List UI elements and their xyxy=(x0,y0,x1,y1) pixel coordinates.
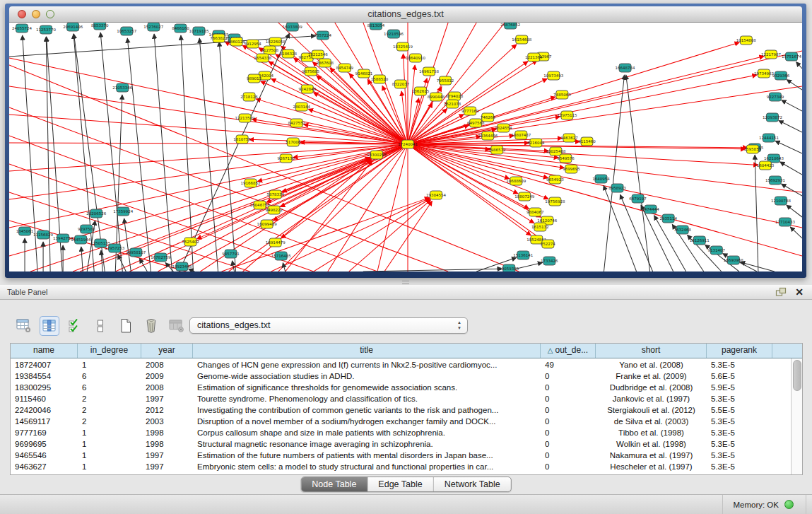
select-all-icon[interactable] xyxy=(65,316,85,336)
table-options-icon[interactable] xyxy=(14,316,34,336)
graph-node[interactable]: 2867608 xyxy=(317,59,334,67)
tab-edge-table[interactable]: Edge Table xyxy=(367,477,433,491)
graph-node[interactable]: 9498222 xyxy=(265,206,283,214)
graph-node[interactable]: 12213589 xyxy=(235,114,256,122)
graph-node[interactable]: 20364456 xyxy=(478,132,498,140)
graph-edge[interactable] xyxy=(790,227,802,238)
graph-node[interactable]: 1615132 xyxy=(531,223,549,231)
graph-node[interactable]: 15751674 xyxy=(782,52,802,61)
graph-edge[interactable] xyxy=(283,263,285,271)
table-row[interactable]: 946362711997Embryonic stem cells: a mode… xyxy=(11,461,792,472)
zoom-button[interactable] xyxy=(46,10,54,18)
graph-node[interactable]: 19218596 xyxy=(384,30,404,38)
graph-edge[interactable] xyxy=(222,197,430,271)
network-canvas[interactable]: 2405572411253770206914068853370106532571… xyxy=(9,23,802,271)
graph-node[interactable]: 16648784 xyxy=(616,64,636,72)
graph-edge[interactable] xyxy=(266,144,408,202)
graph-node[interactable]: 8813054 xyxy=(367,23,385,30)
graph-node[interactable]: 1621078 xyxy=(444,100,461,108)
graph-node[interactable]: 252274 xyxy=(541,240,556,248)
graph-node[interactable]: 1640954 xyxy=(592,175,610,183)
graph-node[interactable]: 7955812 xyxy=(437,76,454,85)
graph-node[interactable]: 16961758 xyxy=(419,67,440,76)
graph-node[interactable]: 9127508 xyxy=(261,46,278,54)
graph-node[interactable]: 7663822 xyxy=(210,34,228,42)
column-header-in-degree[interactable]: in_degree xyxy=(78,344,141,358)
table-row[interactable]: 911546021997Tourette syndrome. Phenomeno… xyxy=(11,393,792,404)
table-row[interactable]: 1938455462009Genome-wide association stu… xyxy=(11,370,792,382)
graph-node[interactable]: 1588520 xyxy=(371,75,389,83)
graph-node[interactable]: 12093872 xyxy=(763,113,782,122)
graph-node[interactable]: 15276027 xyxy=(143,23,164,31)
graph-edge[interactable] xyxy=(278,144,408,271)
graph-edge[interactable] xyxy=(408,56,764,144)
graph-edge[interactable] xyxy=(9,144,408,228)
graph-edge[interactable] xyxy=(408,144,802,256)
network-graph[interactable]: 2405572411253770206914068853370106532571… xyxy=(9,23,802,271)
graph-node[interactable]: 17710433 xyxy=(775,218,796,226)
graph-node[interactable]: 1810755 xyxy=(233,135,251,144)
graph-edge[interactable] xyxy=(775,141,802,153)
graph-node[interactable]: 18325419 xyxy=(393,42,413,51)
graph-edge[interactable] xyxy=(408,144,531,235)
graph-edge[interactable] xyxy=(755,155,758,271)
column-header-title[interactable]: title xyxy=(193,344,541,358)
graph-node[interactable]: 7625402 xyxy=(182,238,199,246)
panel-splitter-handle[interactable] xyxy=(400,280,411,284)
graph-edge[interactable] xyxy=(408,144,548,178)
table-row[interactable]: 1830029562008Estimation of significance … xyxy=(11,382,792,393)
tab-network-table[interactable]: Network Table xyxy=(433,477,511,491)
graph-node[interactable]: 24055724 xyxy=(12,24,33,33)
graph-node[interactable]: 9131407 xyxy=(708,246,726,255)
graph-node[interactable]: 20691406 xyxy=(63,23,83,31)
graph-edge[interactable] xyxy=(124,218,131,271)
table-row[interactable]: 1456911722003Disruption of a novel membe… xyxy=(11,416,792,427)
graph-edge[interactable] xyxy=(408,51,802,144)
graph-node[interactable]: 9297588 xyxy=(78,225,95,233)
graph-node[interactable]: 19734983 xyxy=(754,69,775,78)
graph-node[interactable]: 16451944 xyxy=(71,235,91,244)
table-row[interactable]: 946554611997Estimation of the future num… xyxy=(11,450,792,461)
graph-edge[interactable] xyxy=(127,38,151,271)
table-row[interactable]: 969969511998Structural magnetic resonanc… xyxy=(11,438,792,450)
column-header-out-de-[interactable]: △out_de... xyxy=(541,344,596,358)
graph-edge[interactable] xyxy=(408,23,505,144)
deselect-all-icon[interactable] xyxy=(90,316,110,336)
vertical-scrollbar[interactable] xyxy=(791,358,802,474)
graph-node[interactable]: 12100788 xyxy=(771,197,792,205)
graph-node[interactable]: 9242848 xyxy=(298,85,316,93)
graph-edge[interactable] xyxy=(257,144,408,182)
graph-node[interactable]: 7357224 xyxy=(314,31,332,40)
delete-column-icon[interactable] xyxy=(141,316,161,336)
graph-node[interactable]: 10807487 xyxy=(511,131,531,139)
network-window-titlebar[interactable]: citations_edges.txt xyxy=(9,6,802,23)
table-row[interactable]: 977716911998Corpus callosum shape and si… xyxy=(11,427,792,438)
graph-node[interactable]: 10154808 xyxy=(736,36,757,45)
graph-node[interactable]: 9115460 xyxy=(578,137,596,146)
graph-edge[interactable] xyxy=(787,205,802,217)
graph-node[interactable]: 16099489 xyxy=(257,220,278,228)
close-panel-icon[interactable]: ✕ xyxy=(795,285,804,299)
graph-node[interactable]: 9146821 xyxy=(355,69,373,78)
graph-node[interactable]: 8853370 xyxy=(91,23,109,30)
graph-node[interactable]: 8454749 xyxy=(336,64,354,72)
graph-node[interactable]: 12975115 xyxy=(557,111,577,119)
graph-node[interactable]: 12217987 xyxy=(761,50,782,59)
graph-edge[interactable] xyxy=(779,120,802,132)
graph-node[interactable]: 10719185 xyxy=(189,27,209,35)
graph-node[interactable]: 1733426 xyxy=(541,257,558,265)
graph-edge[interactable] xyxy=(269,62,408,144)
graph-node[interactable]: 9463627 xyxy=(560,134,578,142)
graph-node[interactable]: 8958923 xyxy=(608,184,626,192)
graph-edge[interactable] xyxy=(740,262,774,271)
minimize-button[interactable] xyxy=(32,10,40,18)
graph-edge[interactable] xyxy=(782,100,802,111)
graph-node[interactable]: 517006 xyxy=(286,138,301,146)
table-selector-dropdown[interactable]: citations_edges.txt ▲▼ xyxy=(189,317,468,334)
graph-edge[interactable] xyxy=(408,144,548,199)
graph-node[interactable]: 8466160 xyxy=(172,24,189,33)
column-header-name[interactable]: name xyxy=(11,344,78,358)
graph-edge[interactable] xyxy=(181,35,194,271)
graph-node[interactable]: 9457791 xyxy=(222,250,240,258)
table-row[interactable]: 1872400712008Changes of HCN gene express… xyxy=(11,359,792,370)
